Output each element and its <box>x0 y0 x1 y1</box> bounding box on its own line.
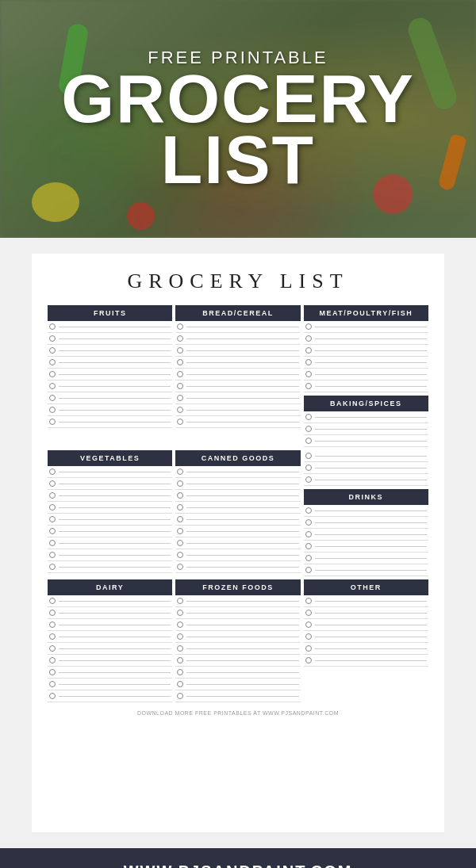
printable-card: GROCERY LIST FRUITS B <box>32 254 444 832</box>
canned-lines <box>175 466 300 573</box>
line-item <box>175 679 300 690</box>
category-frozen: FROZEN FOODS <box>175 579 300 702</box>
line-item <box>175 549 300 561</box>
line-item <box>175 561 300 573</box>
line-item <box>48 333 172 345</box>
category-meat: MEAT/POULTRY/FISH BAKING/SPICES <box>304 305 428 447</box>
line-item <box>48 607 172 619</box>
line-item <box>48 416 172 428</box>
line-item <box>48 345 172 357</box>
line-item <box>175 607 300 619</box>
line-item <box>48 392 172 404</box>
category-fruits: FRUITS <box>48 305 172 447</box>
drinks-header: DRINKS <box>304 489 428 505</box>
line-item <box>304 411 428 423</box>
line-item <box>48 537 172 549</box>
line-item <box>304 607 428 619</box>
line-item <box>304 619 428 631</box>
line-item <box>175 595 300 607</box>
category-right-2: DRINKS <box>304 450 428 576</box>
drinks-lines <box>304 505 428 576</box>
dairy-lines <box>48 595 172 702</box>
line-item <box>48 526 172 537</box>
line-item <box>48 357 172 369</box>
frozen-lines <box>175 595 300 702</box>
line-item <box>48 490 172 502</box>
line-item <box>304 505 428 517</box>
fruits-lines <box>48 321 172 428</box>
line-item <box>48 549 172 561</box>
frozen-header: FROZEN FOODS <box>175 579 300 595</box>
line-item <box>175 416 300 428</box>
dairy-header: DAIRY <box>48 579 172 595</box>
line-item <box>48 478 172 490</box>
line-item <box>175 667 300 679</box>
line-item <box>48 321 172 333</box>
hero-text-block: FREE PRINTABLE GROCERY LIST <box>61 48 415 191</box>
line-item <box>175 526 300 537</box>
line-item <box>175 380 300 392</box>
line-item <box>175 631 300 643</box>
bread-lines <box>175 321 300 428</box>
category-bread: BREAD/CEREAL <box>175 305 300 447</box>
baking-header: BAKING/SPICES <box>304 396 428 411</box>
line-item <box>48 655 172 667</box>
line-item <box>175 345 300 357</box>
line-item <box>304 423 428 435</box>
line-item <box>304 643 428 655</box>
bottom-bar: WWW.PJSANDPAINT.COM <box>0 848 476 868</box>
line-item <box>48 369 172 380</box>
line-item <box>175 404 300 416</box>
line-item <box>48 643 172 655</box>
card-title: GROCERY LIST <box>48 270 428 293</box>
line-item <box>175 357 300 369</box>
line-item <box>48 619 172 631</box>
line-item <box>304 517 428 529</box>
line-item <box>304 357 428 369</box>
line-item <box>175 655 300 667</box>
line-item <box>175 369 300 380</box>
line-item <box>48 466 172 478</box>
category-canned: CANNED GOODS <box>175 450 300 576</box>
line-item <box>304 462 428 474</box>
hero-title-line2: LIST <box>61 129 415 190</box>
line-item <box>304 474 428 486</box>
vegetables-header: VEGETABLES <box>48 450 172 466</box>
canned-header: CANNED GOODS <box>175 450 300 466</box>
line-item <box>48 667 172 679</box>
line-item <box>48 595 172 607</box>
line-item <box>48 631 172 643</box>
line-item <box>304 345 428 357</box>
line-item <box>175 333 300 345</box>
line-item <box>175 466 300 478</box>
baking-extra-lines <box>304 450 428 486</box>
line-item <box>304 595 428 607</box>
website-url: WWW.PJSANDPAINT.COM <box>124 862 353 868</box>
line-item <box>304 369 428 380</box>
line-item <box>48 561 172 573</box>
card-footer: DOWNLOAD MORE FREE PRINTABLES AT WWW.PJS… <box>48 710 428 716</box>
line-item <box>304 541 428 553</box>
line-item <box>304 380 428 392</box>
line-item <box>48 679 172 690</box>
line-item <box>304 631 428 643</box>
line-item <box>48 404 172 416</box>
line-item <box>48 380 172 392</box>
line-item <box>175 490 300 502</box>
category-dairy: DAIRY <box>48 579 172 702</box>
other-lines <box>304 595 428 667</box>
line-item <box>175 502 300 514</box>
meat-header: MEAT/POULTRY/FISH <box>304 305 428 321</box>
line-item <box>175 514 300 526</box>
line-item <box>175 392 300 404</box>
hero-title-line1: GROCERY <box>61 68 415 129</box>
line-item <box>48 690 172 702</box>
line-item <box>175 478 300 490</box>
vegetables-lines <box>48 466 172 573</box>
meat-lines: BAKING/SPICES <box>304 321 428 447</box>
line-item <box>304 450 428 462</box>
line-item <box>304 529 428 541</box>
line-item <box>304 435 428 447</box>
other-header: OTHER <box>304 579 428 595</box>
hero-section: FREE PRINTABLE GROCERY LIST <box>0 0 476 238</box>
